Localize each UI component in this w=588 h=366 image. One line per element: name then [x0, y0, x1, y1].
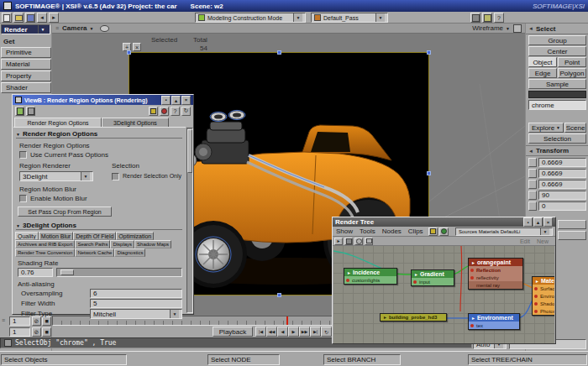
node-port[interactable]: mental ray [469, 281, 522, 289]
shader-node-incidence[interactable]: ►Incidence customlights [344, 268, 397, 285]
frame-out-field[interactable]: 1 [9, 327, 30, 337]
selection-button[interactable]: Selection [528, 133, 586, 144]
select-tool-icon[interactable]: ► [334, 238, 343, 245]
refresh-icon[interactable]: ↻ [181, 107, 191, 116]
get-primitive-button[interactable]: Primitive [1, 47, 51, 58]
node-collapse-icon[interactable]: ► [414, 272, 418, 277]
polygon-button[interactable]: Polygon [558, 68, 586, 78]
dock-icon[interactable]: ▪ [523, 217, 533, 227]
region-close-icon[interactable]: × [133, 43, 141, 51]
new-label[interactable]: New [537, 238, 549, 244]
layout-icon[interactable] [470, 13, 480, 23]
range-icon[interactable]: ■ [42, 316, 51, 326]
node-port[interactable]: reflectivity [469, 274, 522, 281]
region-handle[interactable] [127, 50, 131, 55]
node-header[interactable]: ►orangepaint [469, 259, 522, 266]
menu-show[interactable]: Show [336, 227, 353, 235]
node-port[interactable]: Surface [533, 285, 554, 292]
node-collapse-icon[interactable]: ► [471, 260, 475, 265]
node-header[interactable]: ►building_probe_hd3 [381, 314, 446, 321]
new-scene-icon[interactable] [2, 13, 12, 23]
shader-node-orangepaint[interactable]: ►orangepaint Reflection reflectivity men… [468, 258, 523, 290]
subtab-optimization[interactable]: Optimization [116, 232, 154, 240]
node-header[interactable]: ►Material26 [533, 277, 554, 285]
scene-button[interactable]: Scene [564, 123, 586, 133]
step-back-icon[interactable]: |◀ [255, 327, 266, 337]
node-port[interactable]: customlights [344, 276, 396, 284]
node-port[interactable]: Photon [533, 307, 554, 315]
sample-button[interactable]: Sample [528, 79, 586, 89]
node-collapse-icon[interactable]: ► [471, 316, 475, 321]
node-port[interactable]: Shadow [533, 300, 554, 307]
render-tree-canvas[interactable]: ►Incidence customlights ►Gradient input … [333, 246, 554, 343]
help-icon[interactable]: ? [171, 107, 180, 116]
explore-button[interactable]: Explore ▼ [528, 123, 564, 133]
node-port[interactable]: tex [469, 322, 519, 329]
node-header[interactable]: ►Environment [469, 314, 519, 322]
section-render-region-options[interactable]: ▼Render Region Options [16, 130, 182, 139]
viewport-grip-icon[interactable]: ≡ [55, 25, 59, 31]
region-renderer-dropdown[interactable]: 3Delight ▼ [19, 171, 93, 181]
transform-value-field[interactable]: 0.6669 [538, 158, 586, 167]
node-port[interactable]: Reflection [469, 266, 522, 274]
selection-name-field[interactable]: chrome [528, 100, 586, 110]
region-handle[interactable] [277, 50, 281, 55]
region-handle[interactable] [427, 171, 431, 175]
subtab-displays[interactable]: Displays [110, 240, 134, 248]
transform-value-field[interactable]: 0.6669 [538, 169, 586, 178]
filter-width-field[interactable]: 5 [90, 299, 182, 308]
shade-icon[interactable]: ▴ [171, 96, 181, 105]
subtab-archives-rib[interactable]: Archives and RIB Export [15, 240, 75, 248]
edit-label[interactable]: Edit [520, 238, 530, 244]
undo-icon[interactable]: ◄ [37, 13, 47, 23]
shading-rate-field[interactable]: 0.76 [18, 268, 53, 277]
point-button[interactable]: Point [558, 57, 586, 67]
subtab-search-paths[interactable]: Search Paths [75, 240, 110, 248]
render-selection-only-checkbox[interactable] [112, 173, 119, 180]
camera-menu-arrow-icon[interactable]: ▼ [89, 26, 93, 31]
transform-axis-button[interactable] [528, 169, 537, 178]
pass-dropdown[interactable]: Default_Pass ▼ [311, 13, 388, 23]
edge-button[interactable]: Edge [528, 68, 557, 78]
filter-type-dropdown[interactable]: Mitchell ▼ [90, 309, 182, 319]
redo-icon[interactable]: ► [49, 13, 59, 23]
shading-menu[interactable]: Wireframe [472, 24, 503, 32]
dialog-titlebar[interactable]: ViewB : Render Region Options (Rendering… [13, 95, 193, 105]
object-button[interactable]: Object [528, 57, 557, 67]
scrollbar-thumb[interactable] [187, 129, 192, 173]
subtab-network-cache[interactable]: Network Cache [75, 248, 114, 257]
subtab-render-tree-conversion[interactable]: Render Tree Conversion [15, 248, 75, 257]
shader-node-building-probe[interactable]: ►building_probe_hd3 [380, 313, 447, 322]
get-shader-button[interactable]: Shader [1, 82, 51, 93]
set-pass-crop-button[interactable]: Set Pass Crop From Region [18, 207, 112, 217]
render-tree-titlebar[interactable]: Render Tree ▪ ▴ × [333, 217, 555, 227]
subtab-diagnostics[interactable]: Diagnostics [114, 248, 145, 257]
select-header[interactable]: ◄ Select [526, 24, 588, 34]
snap-icon[interactable] [482, 13, 492, 23]
shade-icon[interactable]: ▴ [533, 217, 543, 227]
region-handle[interactable] [277, 293, 281, 297]
playhead[interactable] [286, 316, 288, 325]
region-handle[interactable] [427, 50, 431, 55]
range-icon[interactable]: ■ [42, 327, 51, 337]
keyframe-icon[interactable] [160, 107, 169, 116]
zoom-tool-icon[interactable] [354, 238, 363, 245]
enable-motion-blur-checkbox[interactable] [19, 195, 27, 202]
menu-tools[interactable]: Tools [360, 227, 375, 235]
open-scene-icon[interactable] [13, 13, 24, 23]
sources-dropdown[interactable]: Sources Materials DefaultLi ▼ [455, 227, 553, 236]
node-port[interactable]: Environment [533, 292, 554, 300]
transform-axis-button[interactable] [528, 158, 537, 167]
transform-value-field[interactable]: 90 [538, 191, 586, 200]
subtab-depth-of-field[interactable]: Depth Of Field [73, 232, 116, 240]
transform-value-field[interactable]: 0 [538, 201, 586, 211]
group-button[interactable]: Group [528, 35, 586, 45]
help-icon[interactable]: ? [494, 13, 504, 23]
transform-axis-button[interactable] [528, 191, 537, 200]
dialog-scrollbar[interactable] [186, 128, 193, 313]
save-scene-icon[interactable] [25, 13, 35, 23]
get-property-button[interactable]: Property [1, 71, 51, 81]
shader-node-environment[interactable]: ►Environment tex [468, 313, 520, 330]
shader-node-gradient[interactable]: ►Gradient input [411, 269, 454, 286]
center-button[interactable]: Center [528, 46, 586, 56]
